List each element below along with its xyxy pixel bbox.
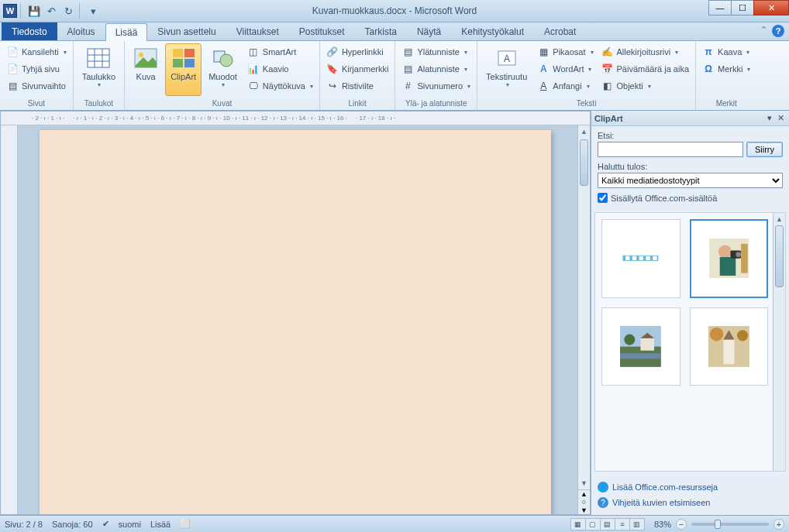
horizontal-ruler[interactable]: · 2 · ı · 1 · ı · · ı · 1 · ı · 2 · ı · … (1, 112, 590, 125)
document-page[interactable] (40, 130, 551, 514)
save-icon[interactable]: 💾 (26, 3, 42, 19)
equation-button[interactable]: πKaava▾ (699, 43, 753, 60)
scroll-thumb[interactable] (580, 139, 588, 186)
status-bar: Sivu: 2 / 8 Sanoja: 60 ✔ suomi Lisää ⬜ ▦… (0, 515, 789, 532)
close-button[interactable]: ✕ (753, 0, 789, 15)
qat-customize-icon[interactable]: ▾ (85, 3, 101, 19)
undo-icon[interactable]: ↶ (43, 3, 59, 19)
help-icon[interactable]: ? (772, 25, 784, 37)
blank-page-button[interactable]: 📄Tyhjä sivu (3, 60, 70, 77)
include-office-checkbox[interactable] (598, 193, 608, 203)
shapes-button[interactable]: Muodot▾ (203, 43, 243, 96)
table-button[interactable]: Taulukko▾ (77, 43, 121, 96)
clipart-result-1[interactable] (601, 219, 680, 298)
web-layout-view-icon[interactable]: ▤ (600, 518, 615, 530)
header-icon: ▤ (401, 46, 414, 58)
more-resources-link[interactable]: 🌐Lisää Office.com-resursseja (598, 479, 783, 495)
draft-view-icon[interactable]: ▥ (629, 518, 645, 530)
results-scroll-thumb[interactable] (775, 225, 784, 287)
minimize-ribbon-icon[interactable]: ⌃ (760, 25, 767, 37)
tab-insert[interactable]: Lisää (105, 23, 148, 41)
tab-review[interactable]: Tarkista (355, 22, 407, 40)
pagebreak-icon: ▤ (6, 80, 19, 92)
signature-icon: ✍ (601, 46, 614, 58)
window-title: Kuvan-muokkaus.docx - Microsoft Word (312, 5, 477, 16)
next-page-icon[interactable]: ▼ (578, 506, 590, 514)
sigline-button[interactable]: ✍Allekirjoitusrivi▾ (598, 43, 693, 60)
tab-acrobat[interactable]: Acrobat (534, 22, 586, 40)
clipart-button[interactable]: ClipArt (165, 43, 202, 96)
smartart-icon: ◫ (247, 46, 260, 58)
media-type-select[interactable]: Kaikki mediatiedostotyypit (598, 173, 783, 188)
footer-button[interactable]: ▤Alatunniste▾ (398, 60, 474, 77)
search-hints-link[interactable]: ?Vihjeitä kuvien etsimiseen (598, 495, 783, 510)
clipart-result-3[interactable] (601, 307, 680, 386)
screenshot-button[interactable]: 🖵Näyttökuva▾ (244, 77, 316, 94)
tab-layout[interactable]: Sivun asettelu (147, 22, 226, 40)
maximize-button[interactable]: ☐ (731, 0, 754, 15)
search-label: Etsi: (598, 131, 783, 140)
tab-mailings[interactable]: Postitukset (289, 22, 355, 40)
go-button[interactable]: Siirry (746, 142, 783, 157)
document-viewport[interactable] (18, 125, 577, 514)
chart-button[interactable]: 📊Kaavio (244, 60, 316, 77)
tab-references[interactable]: Viittaukset (226, 22, 289, 40)
group-headerfooter-label: Ylä- ja alatunniste (398, 98, 474, 110)
textbox-button[interactable]: A Tekstiruutu▾ (481, 43, 532, 96)
symbol-button[interactable]: ΩMerkki▾ (699, 60, 753, 77)
crossref-icon: ↪ (326, 80, 339, 92)
tab-home[interactable]: Aloitus (57, 22, 105, 40)
macro-record-icon[interactable]: ⬜ (180, 519, 191, 529)
datetime-button[interactable]: 📅Päivämäärä ja aika (598, 60, 693, 77)
status-language[interactable]: suomi (119, 520, 141, 529)
browse-object-icon[interactable]: ○ (578, 498, 590, 506)
print-layout-view-icon[interactable]: ▦ (570, 518, 586, 530)
zoom-slider-knob[interactable] (715, 520, 721, 529)
header-button[interactable]: ▤Ylätunniste▾ (398, 43, 474, 60)
status-words[interactable]: Sanoja: 60 (52, 520, 93, 529)
page-break-button[interactable]: ▤Sivunvaihto (3, 77, 70, 94)
clipart-result-4[interactable] (690, 307, 769, 386)
svg-text:A: A (504, 53, 510, 64)
crossref-button[interactable]: ↪Ristiviite (323, 77, 392, 94)
zoom-slider[interactable] (691, 523, 769, 526)
svg-rect-21 (653, 256, 657, 260)
zoom-out-button[interactable]: − (676, 519, 687, 530)
minimize-button[interactable]: — (708, 0, 732, 15)
vertical-scrollbar[interactable]: ▲ ▼ ▲ ○ ▼ (577, 125, 590, 514)
status-mode[interactable]: Lisää (150, 520, 171, 529)
picture-button[interactable]: Kuva (128, 43, 164, 96)
scroll-up-icon[interactable]: ▲ (578, 125, 590, 138)
wordart-button[interactable]: AWordArt▾ (534, 60, 596, 77)
hyperlink-button[interactable]: 🔗Hyperlinkki (323, 43, 392, 60)
cover-page-button[interactable]: 📄Kansilehti▾ (3, 43, 70, 60)
tab-file[interactable]: Tiedosto (2, 22, 57, 40)
object-button[interactable]: ◧Objekti▾ (598, 77, 693, 94)
pagenumber-button[interactable]: #Sivunumero▾ (398, 77, 474, 94)
prev-page-icon[interactable]: ▲ (578, 490, 590, 498)
tab-view[interactable]: Näytä (407, 22, 451, 40)
clipart-result-2[interactable] (690, 219, 769, 298)
search-input[interactable] (598, 142, 743, 157)
results-scroll-up-icon[interactable]: ▲ (773, 213, 785, 225)
zoom-in-button[interactable]: + (773, 519, 784, 530)
redo-icon[interactable]: ↻ (60, 3, 76, 19)
bookmark-button[interactable]: 🔖Kirjanmerkki (323, 60, 392, 77)
group-text-label: Teksti (481, 98, 692, 110)
quickparts-button[interactable]: ▦Pikaosat▾ (534, 43, 596, 60)
outline-view-icon[interactable]: ≡ (615, 518, 630, 530)
results-scrollbar[interactable]: ▲ (773, 213, 785, 471)
status-page[interactable]: Sivu: 2 / 8 (5, 520, 43, 529)
smartart-button[interactable]: ◫SmartArt (244, 43, 316, 60)
pane-dropdown-icon[interactable]: ▾ (764, 113, 775, 123)
scroll-down-icon[interactable]: ▼ (578, 477, 590, 489)
fullscreen-view-icon[interactable]: ▢ (585, 518, 601, 530)
tab-devtools[interactable]: Kehitystyökalut (451, 22, 534, 40)
object-icon: ◧ (601, 80, 614, 92)
word-app-icon[interactable]: W (3, 4, 17, 18)
zoom-level[interactable]: 83% (654, 520, 671, 529)
vertical-ruler[interactable] (1, 125, 18, 514)
dropcap-button[interactable]: AAnfangi▾ (534, 77, 596, 94)
proofing-icon[interactable]: ✔ (102, 519, 109, 529)
pane-close-icon[interactable]: ✕ (775, 113, 786, 123)
